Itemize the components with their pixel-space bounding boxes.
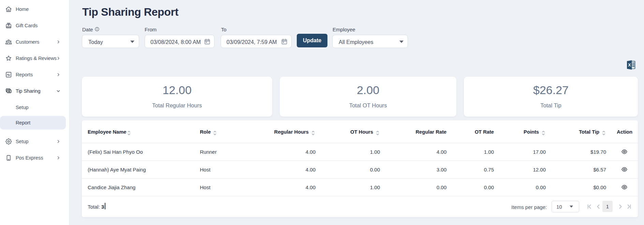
svg-text:X: X xyxy=(628,63,631,68)
